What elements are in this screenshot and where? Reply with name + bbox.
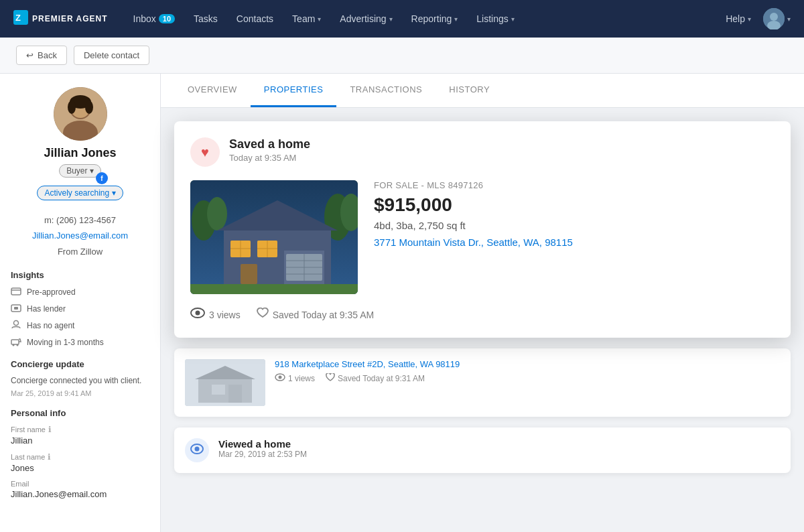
contact-info: m: (206) 123-4567 Jillian.Jones@email.co… xyxy=(11,212,149,259)
last-name-label: Last name ℹ xyxy=(11,452,149,462)
views-stat: 3 views xyxy=(190,308,241,322)
collapsed-listing-details: 918 Marketplace Street #2D, Seattle, WA … xyxy=(275,359,780,383)
buyer-tag-chevron: ▾ xyxy=(90,166,94,176)
collapsed-saved: Saved Today at 9:31 AM xyxy=(326,373,425,383)
card-stats: 3 views Saved Today at 9:35 AM xyxy=(190,308,775,322)
collapsed-listing-image xyxy=(185,359,265,406)
back-button[interactable]: ↩ Back xyxy=(16,46,67,65)
viewed-home-title: Viewed a home xyxy=(218,438,307,450)
tab-properties[interactable]: PROPERTIES xyxy=(251,74,337,107)
nav-right: Help ▾ ▾ xyxy=(716,0,791,38)
nav-bar: Z PREMIER AGENT Inbox 10 Tasks Contacts … xyxy=(0,0,804,38)
first-name-value: Jillian xyxy=(11,436,149,446)
insight-has-lender: Has lender xyxy=(11,302,149,315)
nav-logo-text: PREMIER AGENT xyxy=(32,14,108,23)
concierge-section: Concierge update Concierge connected you… xyxy=(11,359,149,397)
moving-icon xyxy=(11,336,21,348)
eye-icon xyxy=(190,308,205,322)
top-nav: Z PREMIER AGENT Inbox 10 Tasks Contacts … xyxy=(0,0,804,38)
saved-time: Saved Today at 9:35 AM xyxy=(273,310,375,320)
first-name-info-icon[interactable]: ℹ xyxy=(48,425,52,434)
contact-name: Jillian Jones xyxy=(44,146,116,160)
card-header: ♥ Saved a home Today at 9:35 AM xyxy=(190,137,775,167)
svg-point-18 xyxy=(17,344,19,346)
card-header-text: Saved a home Today at 9:35 AM xyxy=(229,137,310,163)
heart-stat-icon xyxy=(257,308,269,322)
toolbar: ↩ Back Delete contact xyxy=(0,38,804,74)
email-label: Email xyxy=(11,480,149,488)
facebook-badge: f xyxy=(96,172,108,184)
nav-advertising[interactable]: Advertising ▾ xyxy=(330,0,401,38)
buyer-tag-button[interactable]: Buyer ▾ xyxy=(59,164,101,178)
svg-point-11 xyxy=(85,101,93,114)
views-count: 3 views xyxy=(209,310,241,320)
svg-point-53 xyxy=(195,447,200,452)
first-name-label: First name ℹ xyxy=(11,425,149,434)
no-agent-icon xyxy=(11,319,21,332)
contact-email-link[interactable]: Jillian.Jones@email.com xyxy=(32,230,128,241)
listing-specs: 4bd, 3ba, 2,750 sq ft xyxy=(374,220,775,231)
svg-point-44 xyxy=(196,311,200,316)
svg-rect-38 xyxy=(241,264,257,284)
tabs-bar: OVERVIEW PROPERTIES TRANSACTIONS HISTORY xyxy=(161,74,804,108)
insight-moving: Moving in 1-3 months xyxy=(11,336,149,348)
listing-details: FOR SALE - MLS 8497126 $915,000 4bd, 3ba… xyxy=(374,180,775,294)
last-name-value: Jones xyxy=(11,463,149,473)
nav-inbox[interactable]: Inbox 10 xyxy=(124,0,185,38)
svg-point-17 xyxy=(13,344,15,346)
last-name-info-icon[interactable]: ℹ xyxy=(48,452,51,462)
svg-point-3 xyxy=(770,13,778,21)
concierge-text: Concierge connected you with client. xyxy=(11,375,149,387)
nav-tasks[interactable]: Tasks xyxy=(184,0,227,38)
nav-contacts[interactable]: Contacts xyxy=(227,0,283,38)
insight-pre-approved: Pre-approved xyxy=(11,285,149,298)
collapsed-listing-address[interactable]: 918 Marketplace Street #2D, Seattle, WA … xyxy=(275,359,780,369)
nav-team[interactable]: Team ▾ xyxy=(283,0,330,38)
listing-image xyxy=(190,180,358,294)
nav-avatar[interactable] xyxy=(763,8,785,29)
saved-stat: Saved Today at 9:35 AM xyxy=(257,308,375,322)
personal-info-section: Personal info First name ℹ Jillian Last … xyxy=(11,408,149,499)
contact-avatar xyxy=(54,87,107,141)
viewed-home-details: Viewed a home Mar 29, 2019 at 2:53 PM xyxy=(218,438,307,459)
properties-list: ♥ Saved a home Today at 9:35 AM xyxy=(161,108,804,486)
has-lender-icon xyxy=(11,302,21,315)
svg-rect-40 xyxy=(190,284,358,294)
zillow-logo-icon: Z xyxy=(13,10,28,28)
pre-approved-icon xyxy=(11,285,21,298)
svg-point-21 xyxy=(207,197,227,230)
back-arrow-icon: ↩ xyxy=(26,50,34,60)
help-chevron: ▾ xyxy=(748,15,751,23)
listing-mls: FOR SALE - MLS 8497126 xyxy=(374,180,775,190)
status-button[interactable]: Actively searching ▾ xyxy=(37,186,123,200)
contact-sidebar: f Jillian Jones Buyer ▾ Actively searchi… xyxy=(0,74,161,532)
svg-rect-14 xyxy=(14,307,18,310)
contact-avatar-wrap: f Jillian Jones Buyer ▾ Actively searchi… xyxy=(11,87,149,204)
tab-overview[interactable]: OVERVIEW xyxy=(174,74,251,107)
saved-home-card: ♥ Saved a home Today at 9:35 AM xyxy=(174,121,791,338)
card-event-time: Today at 9:35 AM xyxy=(229,153,310,163)
contact-phone: m: (206) 123-4567 xyxy=(11,212,149,228)
svg-point-51 xyxy=(279,376,282,379)
tab-history[interactable]: HISTORY xyxy=(436,74,503,107)
listing-address[interactable]: 3771 Mountain Vista Dr., Seattle, WA, 98… xyxy=(374,237,775,248)
main-content-area: OVERVIEW PROPERTIES TRANSACTIONS HISTORY… xyxy=(161,74,804,532)
listings-chevron: ▾ xyxy=(511,15,515,23)
delete-contact-button[interactable]: Delete contact xyxy=(74,46,149,65)
nav-reporting[interactable]: Reporting ▾ xyxy=(402,0,468,38)
svg-rect-41 xyxy=(230,241,251,257)
reporting-chevron: ▾ xyxy=(454,15,458,23)
avatar-chevron: ▾ xyxy=(787,15,791,23)
card-event-title: Saved a home xyxy=(229,137,310,151)
viewed-home-time: Mar 29, 2019 at 2:53 PM xyxy=(218,450,307,459)
insights-list: Pre-approved Has lender Has no agent Mov… xyxy=(11,285,149,348)
svg-point-10 xyxy=(68,101,76,114)
personal-info-title: Personal info xyxy=(11,408,149,418)
insights-title: Insights xyxy=(11,270,149,280)
nav-logo[interactable]: Z PREMIER AGENT xyxy=(13,10,108,28)
listing-wrap: FOR SALE - MLS 8497126 $915,000 4bd, 3ba… xyxy=(190,180,775,294)
heart-icon: ♥ xyxy=(201,145,209,160)
tab-transactions[interactable]: TRANSACTIONS xyxy=(336,74,436,107)
nav-listings[interactable]: Listings ▾ xyxy=(467,0,523,38)
nav-help[interactable]: Help ▾ xyxy=(716,0,760,38)
